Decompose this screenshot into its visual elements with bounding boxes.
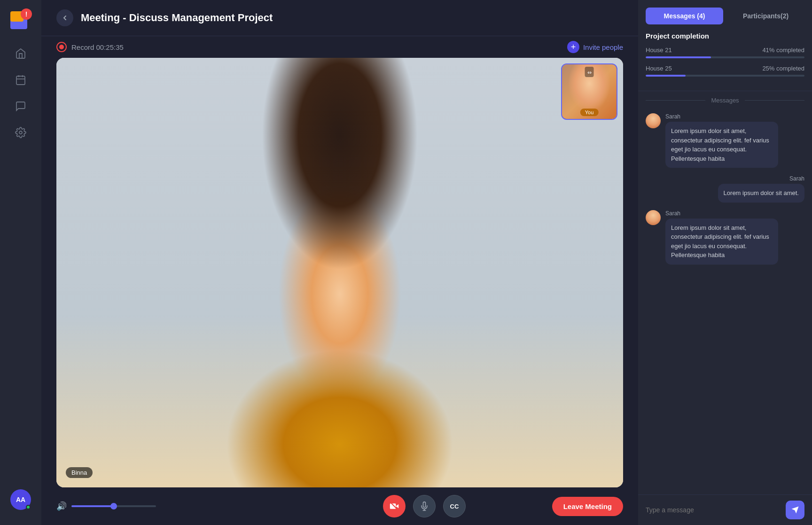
- invite-people-button[interactable]: + Invite people: [567, 41, 623, 53]
- message-bubble: Lorem ipsum dolor sit amet, consectetur …: [665, 122, 778, 168]
- messages-divider-right: [745, 100, 804, 101]
- record-bar: Record 00:25:35 + Invite people: [41, 36, 638, 58]
- messages-divider-left: [646, 100, 705, 101]
- volume-control: 🔊: [56, 501, 297, 511]
- message-avatar: [646, 210, 661, 225]
- project-house21-label: House 21: [646, 47, 672, 54]
- project-house25-bar-fill: [646, 75, 686, 77]
- sidebar-nav: [14, 47, 27, 489]
- project-house25-bar-bg: [646, 75, 804, 77]
- leave-meeting-button[interactable]: Leave Meeting: [552, 497, 623, 516]
- microphone-toggle-button[interactable]: [413, 495, 436, 517]
- messages-divider: Messages: [638, 91, 812, 110]
- message-content: Sarah Lorem ipsum dolor sit amet, consec…: [665, 210, 778, 265]
- message-item: Sarah Lorem ipsum dolor sit amet, consec…: [646, 210, 804, 265]
- message-content: Sarah Lorem ipsum dolor sit amet, consec…: [665, 113, 778, 168]
- online-indicator: [26, 505, 31, 509]
- main-video-name-tag: Binna: [66, 467, 93, 478]
- camera-toggle-button[interactable]: [383, 495, 406, 517]
- message-avatar: [646, 113, 661, 128]
- sidebar-item-calendar[interactable]: [14, 73, 27, 86]
- pip-video: ⇔ You: [561, 63, 617, 120]
- meeting-header: Meeting - Discuss Management Project: [41, 0, 638, 36]
- record-timer: Record 00:25:35: [71, 43, 124, 51]
- messages-section-label: Messages: [711, 97, 739, 104]
- message-sender: Sarah: [665, 113, 778, 120]
- sidebar-item-settings[interactable]: [14, 126, 27, 139]
- user-avatar[interactable]: AA: [10, 489, 31, 510]
- message-input-area: [638, 494, 812, 525]
- project-completion-title: Project completion: [646, 32, 804, 40]
- message-bubble: Lorem ipsum dolor sit amet.: [718, 184, 804, 203]
- sidebar: !: [0, 0, 41, 525]
- message-sender: Sarah: [665, 210, 778, 217]
- project-house25-label: House 25: [646, 65, 672, 72]
- message-content-right: Sarah Lorem ipsum dolor sit amet.: [718, 175, 804, 203]
- main-video: ⇔ You Binna: [56, 58, 623, 487]
- project-house21-pct: 41% completed: [762, 47, 804, 54]
- volume-icon: 🔊: [56, 501, 67, 511]
- svg-rect-5: [16, 76, 25, 85]
- back-button[interactable]: [56, 9, 73, 26]
- svg-text:!: !: [25, 10, 28, 18]
- message-input[interactable]: [646, 506, 781, 514]
- project-house25-pct: 25% completed: [762, 65, 804, 72]
- video-area: ⇔ You Binna: [41, 58, 638, 487]
- tab-messages[interactable]: Messages (4): [646, 8, 723, 24]
- media-controls: CC: [304, 495, 544, 517]
- message-item: Sarah Lorem ipsum dolor sit amet.: [646, 175, 804, 203]
- message-item: Sarah Lorem ipsum dolor sit amet, consec…: [646, 113, 804, 168]
- message-sender: Sarah: [789, 175, 804, 182]
- project-completion-section: Project completion House 21 41% complete…: [638, 24, 812, 91]
- messages-list: Sarah Lorem ipsum dolor sit amet, consec…: [638, 110, 812, 494]
- record-control[interactable]: Record 00:25:35: [56, 42, 124, 52]
- main-content: Meeting - Discuss Management Project Rec…: [41, 0, 638, 525]
- panel-tabs: Messages (4) Participants(2): [638, 0, 812, 24]
- record-icon: [56, 42, 67, 52]
- send-message-button[interactable]: [786, 501, 804, 519]
- pip-arrows-icon: ⇔: [587, 70, 592, 75]
- cc-toggle-button[interactable]: CC: [443, 495, 466, 517]
- tab-participants[interactable]: Participants(2): [727, 8, 804, 24]
- message-bubble: Lorem ipsum dolor sit amet, consectetur …: [665, 219, 778, 265]
- project-house21-bar-fill: [646, 56, 711, 58]
- volume-slider[interactable]: [71, 501, 156, 511]
- pip-name-tag: You: [580, 109, 599, 116]
- svg-point-9: [19, 131, 22, 134]
- project-house21-bar-bg: [646, 56, 804, 58]
- sidebar-item-home[interactable]: [14, 47, 27, 60]
- app-logo[interactable]: !: [8, 8, 33, 32]
- right-panel: Messages (4) Participants(2) Project com…: [638, 0, 812, 525]
- project-house25: House 25 25% completed: [646, 65, 804, 77]
- invite-icon: +: [567, 41, 579, 53]
- sidebar-item-chat[interactable]: [14, 100, 27, 113]
- meeting-title: Meeting - Discuss Management Project: [81, 12, 273, 24]
- controls-bar: 🔊: [41, 487, 638, 525]
- project-house21: House 21 41% completed: [646, 47, 804, 58]
